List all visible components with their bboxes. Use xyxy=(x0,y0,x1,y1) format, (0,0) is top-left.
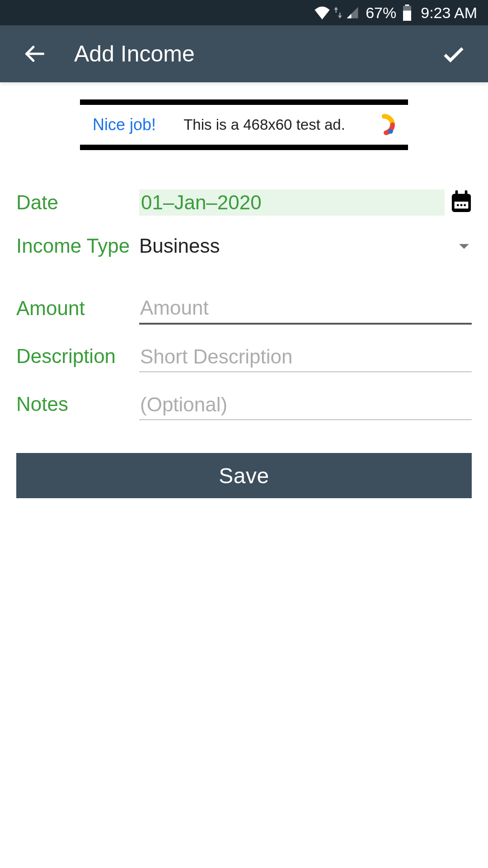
income-type-label: Income Type xyxy=(16,235,139,257)
svg-point-10 xyxy=(460,204,463,206)
svg-point-4 xyxy=(388,129,393,133)
data-arrows-icon xyxy=(334,7,342,19)
notes-row: Notes xyxy=(16,383,472,425)
notes-label: Notes xyxy=(16,393,139,415)
battery-pct: 67% xyxy=(366,4,396,22)
date-label: Date xyxy=(16,191,139,214)
admob-logo-icon xyxy=(373,113,395,136)
date-field[interactable]: 01–Jan–2020 xyxy=(139,189,445,216)
calendar-button[interactable] xyxy=(451,190,472,215)
back-button[interactable] xyxy=(21,40,48,67)
wifi-icon xyxy=(314,6,330,19)
save-button[interactable]: Save xyxy=(16,453,472,498)
confirm-button[interactable] xyxy=(440,40,467,67)
clock-time: 9:23 AM xyxy=(421,4,477,22)
svg-point-11 xyxy=(464,204,466,206)
ad-body-text: This is a 468x60 test ad. xyxy=(156,116,373,133)
description-row: Description xyxy=(16,335,472,377)
ad-banner[interactable]: Nice job! This is a 468x60 test ad. xyxy=(80,99,408,150)
amount-input[interactable] xyxy=(139,292,472,325)
svg-point-9 xyxy=(457,204,459,206)
signal-icon xyxy=(346,6,359,19)
description-label: Description xyxy=(16,345,139,368)
amount-label: Amount xyxy=(16,297,139,320)
svg-rect-2 xyxy=(405,5,409,6)
arrow-left-icon xyxy=(23,42,46,66)
income-type-value: Business xyxy=(139,235,220,257)
ad-prefix-text: Nice job! xyxy=(93,115,156,134)
status-bar: 67% 9:23 AM xyxy=(0,0,488,25)
page-title: Add Income xyxy=(74,41,440,67)
income-type-row: Income Type Business xyxy=(16,225,472,267)
svg-rect-7 xyxy=(455,190,458,196)
svg-rect-8 xyxy=(465,190,468,196)
amount-row: Amount xyxy=(16,288,472,329)
income-type-dropdown[interactable]: Business xyxy=(139,231,472,261)
battery-icon xyxy=(402,5,413,21)
description-input[interactable] xyxy=(139,341,472,372)
income-form: Date 01–Jan–2020 Income Type Business Am… xyxy=(16,182,472,498)
notes-input[interactable] xyxy=(139,389,472,420)
svg-rect-1 xyxy=(403,11,411,21)
check-icon xyxy=(441,41,467,67)
chevron-down-icon xyxy=(458,242,470,250)
app-bar: Add Income xyxy=(0,25,488,82)
date-row: Date 01–Jan–2020 xyxy=(16,182,472,223)
calendar-icon xyxy=(451,190,472,213)
